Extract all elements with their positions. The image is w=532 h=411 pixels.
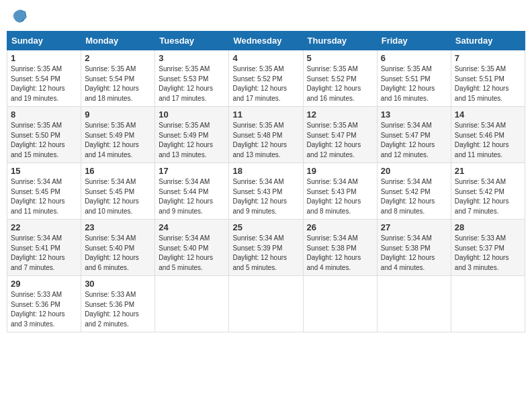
col-header-sunday: Sunday — [7, 32, 81, 50]
day-info: Sunrise: 5:35 AMSunset: 5:50 PMDaylight:… — [11, 121, 77, 160]
day-info: Sunrise: 5:34 AMSunset: 5:38 PMDaylight:… — [307, 234, 373, 273]
day-info: Sunrise: 5:34 AMSunset: 5:45 PMDaylight:… — [85, 177, 151, 216]
day-info: Sunrise: 5:35 AMSunset: 5:51 PMDaylight:… — [455, 64, 521, 103]
day-number: 10 — [159, 109, 225, 120]
page-header — [7, 7, 525, 26]
calendar-week-4: 22 Sunrise: 5:34 AMSunset: 5:41 PMDaylig… — [7, 220, 525, 276]
calendar-cell: 20 Sunrise: 5:34 AMSunset: 5:42 PMDaylig… — [377, 163, 451, 220]
calendar-cell: 12 Sunrise: 5:35 AMSunset: 5:47 PMDaylig… — [303, 107, 377, 163]
calendar-cell — [303, 276, 377, 332]
calendar-cell: 25 Sunrise: 5:34 AMSunset: 5:39 PMDaylig… — [229, 220, 303, 276]
day-info: Sunrise: 5:35 AMSunset: 5:54 PMDaylight:… — [85, 64, 151, 103]
day-number: 21 — [455, 166, 521, 176]
day-info: Sunrise: 5:34 AMSunset: 5:42 PMDaylight:… — [381, 177, 447, 216]
day-info: Sunrise: 5:35 AMSunset: 5:49 PMDaylight:… — [85, 121, 151, 160]
calendar-cell: 10 Sunrise: 5:35 AMSunset: 5:49 PMDaylig… — [155, 107, 229, 163]
calendar-cell: 9 Sunrise: 5:35 AMSunset: 5:49 PMDayligh… — [81, 107, 155, 163]
day-number: 30 — [85, 279, 151, 289]
calendar-cell: 3 Sunrise: 5:35 AMSunset: 5:53 PMDayligh… — [155, 50, 229, 107]
col-header-saturday: Saturday — [451, 32, 525, 50]
day-info: Sunrise: 5:34 AMSunset: 5:42 PMDaylight:… — [455, 177, 521, 216]
calendar-cell: 21 Sunrise: 5:34 AMSunset: 5:42 PMDaylig… — [451, 163, 525, 220]
calendar-cell: 26 Sunrise: 5:34 AMSunset: 5:38 PMDaylig… — [303, 220, 377, 276]
calendar-week-3: 15 Sunrise: 5:34 AMSunset: 5:45 PMDaylig… — [7, 163, 525, 220]
calendar-cell: 11 Sunrise: 5:35 AMSunset: 5:48 PMDaylig… — [229, 107, 303, 163]
calendar-week-5: 29 Sunrise: 5:33 AMSunset: 5:36 PMDaylig… — [7, 276, 525, 332]
day-number: 22 — [11, 222, 77, 232]
col-header-monday: Monday — [81, 32, 155, 50]
day-info: Sunrise: 5:34 AMSunset: 5:41 PMDaylight:… — [11, 234, 77, 273]
day-number: 9 — [85, 109, 151, 120]
calendar-cell: 5 Sunrise: 5:35 AMSunset: 5:52 PMDayligh… — [303, 50, 377, 107]
calendar-cell: 13 Sunrise: 5:34 AMSunset: 5:47 PMDaylig… — [377, 107, 451, 163]
day-number: 24 — [159, 222, 225, 232]
day-info: Sunrise: 5:33 AMSunset: 5:37 PMDaylight:… — [455, 234, 521, 273]
day-number: 3 — [159, 53, 225, 63]
calendar-cell: 14 Sunrise: 5:34 AMSunset: 5:46 PMDaylig… — [451, 107, 525, 163]
day-number: 13 — [381, 109, 447, 120]
day-number: 16 — [85, 166, 151, 176]
day-info: Sunrise: 5:35 AMSunset: 5:51 PMDaylight:… — [381, 64, 447, 103]
day-info: Sunrise: 5:34 AMSunset: 5:40 PMDaylight:… — [85, 234, 151, 273]
calendar-cell: 15 Sunrise: 5:34 AMSunset: 5:45 PMDaylig… — [7, 163, 81, 220]
day-info: Sunrise: 5:34 AMSunset: 5:47 PMDaylight:… — [381, 121, 447, 160]
day-info: Sunrise: 5:34 AMSunset: 5:43 PMDaylight:… — [232, 177, 299, 216]
day-number: 15 — [11, 166, 77, 176]
day-number: 6 — [381, 53, 447, 63]
day-number: 26 — [307, 222, 373, 232]
col-header-thursday: Thursday — [303, 32, 377, 50]
calendar-cell: 29 Sunrise: 5:33 AMSunset: 5:36 PMDaylig… — [7, 276, 81, 332]
day-info: Sunrise: 5:35 AMSunset: 5:54 PMDaylight:… — [11, 64, 77, 103]
calendar-cell: 22 Sunrise: 5:34 AMSunset: 5:41 PMDaylig… — [7, 220, 81, 276]
day-number: 12 — [307, 109, 373, 120]
day-number: 2 — [85, 53, 151, 63]
day-info: Sunrise: 5:34 AMSunset: 5:46 PMDaylight:… — [455, 121, 521, 160]
day-info: Sunrise: 5:34 AMSunset: 5:43 PMDaylight:… — [307, 177, 373, 216]
day-info: Sunrise: 5:35 AMSunset: 5:47 PMDaylight:… — [307, 121, 373, 160]
day-info: Sunrise: 5:33 AMSunset: 5:36 PMDaylight:… — [85, 290, 151, 329]
day-number: 11 — [232, 109, 299, 120]
calendar-cell: 18 Sunrise: 5:34 AMSunset: 5:43 PMDaylig… — [229, 163, 303, 220]
calendar-cell — [229, 276, 303, 332]
calendar-table: SundayMondayTuesdayWednesdayThursdayFrid… — [7, 31, 525, 332]
day-info: Sunrise: 5:35 AMSunset: 5:53 PMDaylight:… — [159, 64, 225, 103]
day-number: 19 — [307, 166, 373, 176]
day-info: Sunrise: 5:34 AMSunset: 5:38 PMDaylight:… — [381, 234, 447, 273]
calendar-cell: 6 Sunrise: 5:35 AMSunset: 5:51 PMDayligh… — [377, 50, 451, 107]
calendar-cell: 17 Sunrise: 5:34 AMSunset: 5:44 PMDaylig… — [155, 163, 229, 220]
day-number: 18 — [232, 166, 299, 176]
day-number: 25 — [232, 222, 299, 232]
day-number: 14 — [455, 109, 521, 120]
day-number: 23 — [85, 222, 151, 232]
day-number: 20 — [381, 166, 447, 176]
col-header-tuesday: Tuesday — [155, 32, 229, 50]
calendar-cell: 23 Sunrise: 5:34 AMSunset: 5:40 PMDaylig… — [81, 220, 155, 276]
day-number: 17 — [159, 166, 225, 176]
calendar-cell: 24 Sunrise: 5:34 AMSunset: 5:40 PMDaylig… — [155, 220, 229, 276]
day-number: 27 — [381, 222, 447, 232]
calendar-cell: 1 Sunrise: 5:35 AMSunset: 5:54 PMDayligh… — [7, 50, 81, 107]
col-header-friday: Friday — [377, 32, 451, 50]
calendar-cell: 8 Sunrise: 5:35 AMSunset: 5:50 PMDayligh… — [7, 107, 81, 163]
calendar-cell: 30 Sunrise: 5:33 AMSunset: 5:36 PMDaylig… — [81, 276, 155, 332]
day-info: Sunrise: 5:34 AMSunset: 5:44 PMDaylight:… — [159, 177, 225, 216]
logo-icon — [9, 7, 28, 26]
day-info: Sunrise: 5:35 AMSunset: 5:52 PMDaylight:… — [307, 64, 373, 103]
calendar-cell: 27 Sunrise: 5:34 AMSunset: 5:38 PMDaylig… — [377, 220, 451, 276]
day-number: 5 — [307, 53, 373, 63]
day-number: 8 — [11, 109, 77, 120]
day-info: Sunrise: 5:35 AMSunset: 5:49 PMDaylight:… — [159, 121, 225, 160]
calendar-cell: 28 Sunrise: 5:33 AMSunset: 5:37 PMDaylig… — [451, 220, 525, 276]
calendar-cell — [377, 276, 451, 332]
calendar-header-row: SundayMondayTuesdayWednesdayThursdayFrid… — [7, 32, 525, 50]
calendar-cell: 2 Sunrise: 5:35 AMSunset: 5:54 PMDayligh… — [81, 50, 155, 107]
day-info: Sunrise: 5:34 AMSunset: 5:40 PMDaylight:… — [159, 234, 225, 273]
calendar-cell — [451, 276, 525, 332]
day-info: Sunrise: 5:33 AMSunset: 5:36 PMDaylight:… — [11, 290, 77, 329]
calendar-cell: 7 Sunrise: 5:35 AMSunset: 5:51 PMDayligh… — [451, 50, 525, 107]
day-info: Sunrise: 5:35 AMSunset: 5:48 PMDaylight:… — [232, 121, 299, 160]
day-info: Sunrise: 5:35 AMSunset: 5:52 PMDaylight:… — [232, 64, 299, 103]
day-info: Sunrise: 5:34 AMSunset: 5:45 PMDaylight:… — [11, 177, 77, 216]
col-header-wednesday: Wednesday — [229, 32, 303, 50]
calendar-week-1: 1 Sunrise: 5:35 AMSunset: 5:54 PMDayligh… — [7, 50, 525, 107]
